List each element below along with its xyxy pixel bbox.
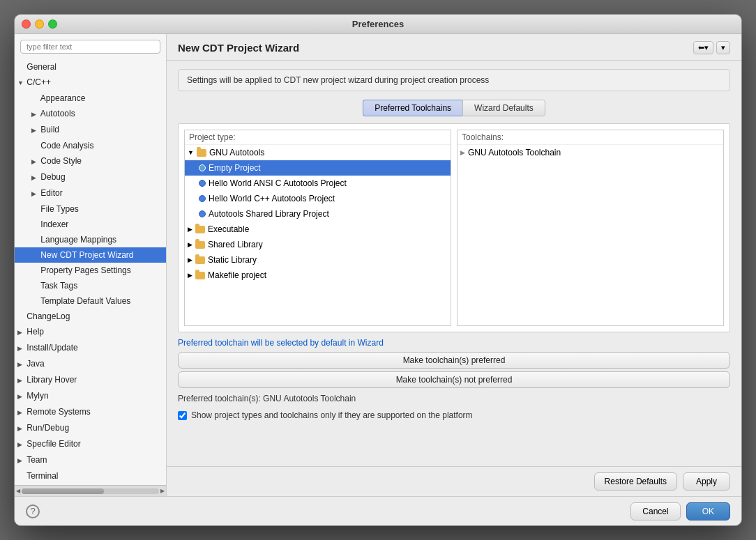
project-item-label: Static Library [208,254,257,266]
sidebar-item-code-analysis[interactable]: Code Analysis [15,138,166,153]
search-input[interactable] [20,40,160,54]
arrow-icon: ▶ [17,406,24,419]
cancel-label: Cancel [642,507,668,516]
sidebar-item-file-types[interactable]: File Types [15,201,166,217]
sidebar-item-java[interactable]: ▶ Java [15,356,166,372]
sidebar-item-label: Template Default Values [40,296,130,306]
project-item-label: GNU Autotools [209,146,264,159]
sidebar-item-property-pages[interactable]: Property Pages Settings [15,263,166,278]
list-item[interactable]: ▶ GNU Autotools Toolchain [458,145,723,160]
sidebar-item-appearance[interactable]: Appearance [15,91,166,106]
sidebar-item-general[interactable]: General [15,59,166,75]
scroll-thumb[interactable] [22,488,104,494]
sidebar-item-indexer[interactable]: Indexer [15,217,166,232]
sidebar-item-team[interactable]: ▶ Team [15,452,166,468]
minimize-button[interactable] [35,20,44,29]
ok-label: OK [702,507,714,516]
forward-button[interactable]: ▾ [716,41,730,54]
tab-wizard-defaults[interactable]: Wizard Defaults [462,100,545,116]
sidebar-item-label: Indexer [40,219,68,229]
preferred-toolchain-value: Preferred toolchain(s): GNU Autotools To… [178,394,356,403]
toolchains-header: Toolchains: [458,130,723,145]
sidebar-item-label: Install/Update [27,343,77,353]
apply-button[interactable]: Apply [683,472,730,491]
sidebar-item-specfile-editor[interactable]: ▶ Specfile Editor [15,436,166,452]
sidebar-item-mylyn[interactable]: ▶ Mylyn [15,388,166,404]
toolchain-label: GNU Autotools Toolchain [468,146,561,159]
arrow-icon: ▼ [17,77,24,89]
preferred-note-text: Preferred toolchain will be selected by … [178,338,384,348]
page-title: New CDT Project Wizard [178,42,299,54]
sidebar-item-autotools[interactable]: ▶ Autotools [15,106,166,122]
ok-button[interactable]: OK [686,502,730,520]
make-preferred-button[interactable]: Make toolchain(s) preferred [178,352,730,369]
arrow-icon: ▶ [17,422,24,435]
arrow-icon: ▶ [17,438,24,451]
arrow-icon: ▶ [31,187,38,200]
info-banner-text: Settings will be applied to CDT new proj… [187,75,489,85]
platform-support-checkbox[interactable] [178,411,187,420]
sidebar-item-code-style[interactable]: ▶ Code Style [15,153,166,169]
sidebar-item-template-default[interactable]: Template Default Values [15,293,166,309]
scroll-right-arrow[interactable]: ▶ [160,488,165,494]
pane-body: Settings will be applied to CDT new proj… [167,61,741,466]
sidebar-item-label: C/C++ [27,77,51,87]
sidebar-item-new-cdt[interactable]: New CDT Project Wizard [15,247,166,263]
help-icon[interactable]: ? [26,504,40,518]
list-item[interactable]: Hello World C++ Autotools Project [185,191,451,206]
expand-arrow-icon: ▶ [188,269,192,281]
tab-label: Preferred Toolchains [375,103,451,113]
list-item[interactable]: ▶ Shared Library [185,237,451,252]
restore-defaults-button[interactable]: Restore Defaults [594,472,677,491]
sidebar-item-label: File Types [40,204,78,214]
list-item[interactable]: ▼ GNU Autotools [185,145,451,160]
sidebar-item-help[interactable]: ▶ Help [15,324,166,340]
make-not-preferred-label: Make toolchain(s) not preferred [396,375,513,385]
split-area: Project type: ▼ GNU Autotools Empty Proj… [178,123,730,332]
arrow-icon: ▶ [17,390,24,403]
sidebar-item-editor[interactable]: ▶ Editor [15,185,166,201]
list-item[interactable]: Hello World ANSI C Autotools Project [185,176,451,191]
tab-preferred-toolchains[interactable]: Preferred Toolchains [363,100,462,116]
scroll-track [22,488,159,494]
right-pane: New CDT Project Wizard ⬅▾ ▾ Settings wil… [167,34,741,496]
project-type-header: Project type: [185,130,451,145]
sidebar-item-task-tags[interactable]: Task Tags [15,278,166,293]
sidebar-item-terminal[interactable]: Terminal [15,468,166,484]
sidebar-item-library-hover[interactable]: ▶ Library Hover [15,372,166,388]
sidebar-item-label: Debug [40,172,65,182]
list-item[interactable]: ▶ Static Library [185,252,451,268]
list-item[interactable]: ▶ Executable [185,222,451,237]
list-item[interactable]: Empty Project [185,160,451,176]
sidebar-item-label: Build [40,125,59,134]
help-icon-label: ? [30,506,35,516]
sidebar-item-label: Terminal [27,471,58,481]
sidebar-scrollbar[interactable]: ◀ ▶ [15,485,166,496]
sidebar-item-install-update[interactable]: ▶ Install/Update [15,340,166,356]
project-type-icon [199,164,206,171]
sidebar-item-cpp[interactable]: ▼ C/C++ [15,75,166,91]
scroll-left-arrow[interactable]: ◀ [16,488,20,494]
maximize-button[interactable] [48,20,57,29]
sidebar-item-run-debug[interactable]: ▶ Run/Debug [15,420,166,436]
preferences-window: Preferences General ▼ C/C++ Appear [14,14,742,526]
platform-support-label: Show project types and toolchains only i… [191,410,473,420]
sidebar-item-language-mappings[interactable]: Language Mappings [15,232,166,247]
sidebar-item-build[interactable]: ▶ Build [15,122,166,138]
sidebar-item-remote-systems[interactable]: ▶ Remote Systems [15,404,166,420]
folder-icon [195,226,205,233]
close-button[interactable] [22,20,31,29]
sidebar-item-changelog[interactable]: ChangeLog [15,309,166,324]
list-item[interactable]: Autotools Shared Library Project [185,206,451,222]
nav-buttons: ⬅▾ ▾ [693,41,730,54]
back-button[interactable]: ⬅▾ [693,41,713,54]
sidebar-item-debug[interactable]: ▶ Debug [15,169,166,185]
titlebar: Preferences [15,15,741,34]
project-item-label: Makefile project [208,269,266,281]
sidebar-item-label: General [27,62,56,72]
list-item[interactable]: ▶ Makefile project [185,268,451,283]
project-item-label: Executable [208,223,249,236]
cancel-button[interactable]: Cancel [630,502,680,520]
tabs-row: Preferred Toolchains Wizard Defaults [178,100,730,116]
make-not-preferred-button[interactable]: Make toolchain(s) not preferred [178,371,730,388]
